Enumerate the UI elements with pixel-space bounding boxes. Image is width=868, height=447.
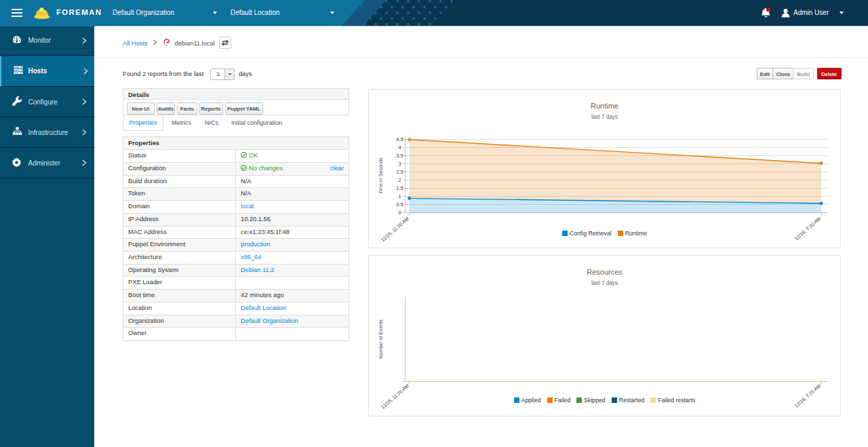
svg-text:Time in Seconds: Time in Seconds: [378, 157, 384, 194]
svg-text:12/16, 7:20 AM: 12/16, 7:20 AM: [793, 383, 822, 409]
svg-text:1: 1: [398, 193, 401, 199]
svg-text:2.5: 2.5: [396, 169, 403, 175]
svg-text:0: 0: [398, 210, 401, 216]
svg-text:3.5: 3.5: [396, 153, 403, 159]
svg-text:4: 4: [398, 144, 401, 151]
svg-text:4.5: 4.5: [396, 136, 403, 142]
svg-text:1.5: 1.5: [396, 185, 403, 191]
svg-text:2: 2: [398, 177, 401, 183]
svg-text:3: 3: [398, 161, 401, 167]
svg-text:0.5: 0.5: [396, 201, 403, 208]
svg-text:Number of Events: Number of Events: [378, 319, 384, 359]
svg-text:11/25, 11:20 AM: 11/25, 11:20 AM: [380, 216, 410, 243]
svg-text:12/16, 7:20 AM: 12/16, 7:20 AM: [793, 216, 822, 242]
